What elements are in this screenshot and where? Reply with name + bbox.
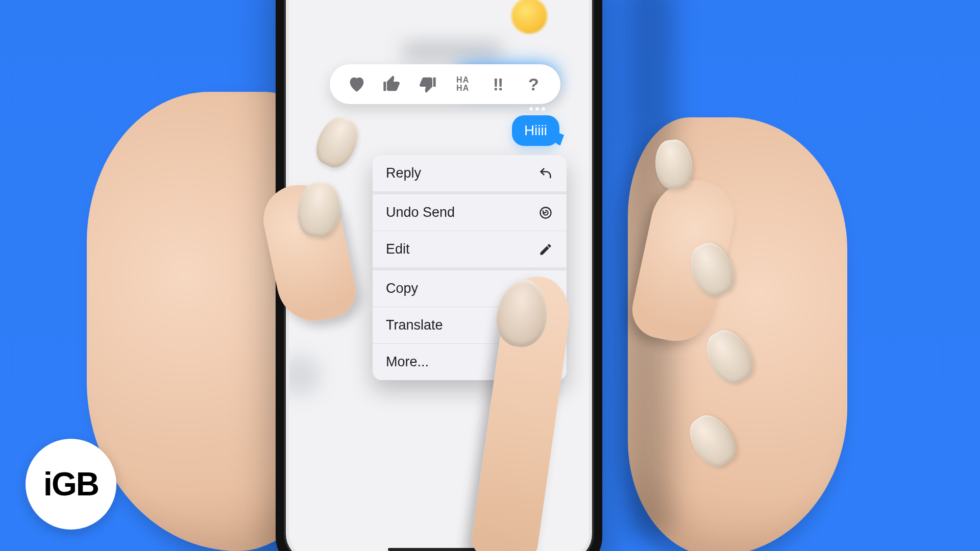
igb-watermark: iGB (26, 439, 116, 530)
haha-icon[interactable]: HA HA (452, 73, 474, 95)
reply-icon (538, 166, 553, 181)
menu-undo-send-label: Undo Send (386, 205, 455, 220)
menu-edit[interactable]: Edit (373, 231, 567, 267)
igb-watermark-text: iGB (43, 465, 99, 503)
avatar-blur (289, 355, 321, 396)
menu-reply[interactable]: Reply (373, 155, 567, 191)
menu-reply-label: Reply (386, 165, 421, 181)
menu-more-label: More... (386, 354, 429, 370)
timestamp-blur (401, 43, 503, 60)
heart-icon[interactable] (346, 73, 368, 95)
thumbs-down-icon[interactable] (416, 73, 438, 95)
contact-avatar-blur (511, 0, 547, 34)
tapback-bar: HA HA ‼ ? (330, 64, 560, 104)
question-icon[interactable]: ? (522, 73, 545, 95)
message-bubble[interactable]: Hiiii (512, 115, 559, 146)
menu-copy-label: Copy (386, 281, 418, 296)
menu-translate-label: Translate (386, 317, 443, 333)
exclamation-icon[interactable]: ‼ (487, 73, 509, 95)
menu-undo-send[interactable]: Undo Send (373, 191, 567, 231)
tapback-tail-dots (529, 107, 545, 111)
thumbs-up-icon[interactable] (381, 73, 403, 95)
selected-message[interactable]: Hiiii (512, 115, 559, 146)
undo-send-icon (538, 205, 553, 220)
edit-icon (538, 242, 553, 257)
scene: HA HA ‼ ? Hiiii Reply (0, 0, 980, 551)
menu-edit-label: Edit (386, 241, 410, 257)
